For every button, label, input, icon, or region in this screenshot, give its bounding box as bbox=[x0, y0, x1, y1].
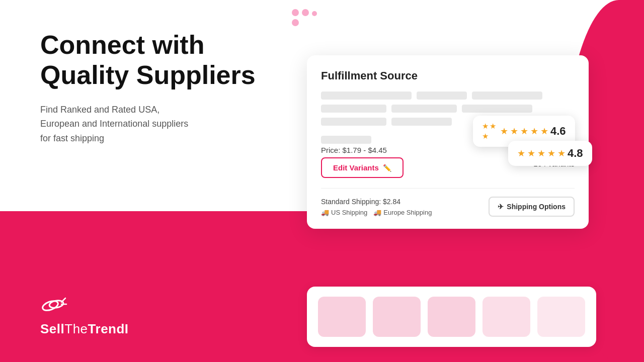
rating-value-2: 4.8 bbox=[568, 147, 583, 160]
star-r1-5: ★ bbox=[540, 126, 548, 137]
star-r2-2: ★ bbox=[527, 148, 535, 159]
star-r2-3: ★ bbox=[537, 148, 545, 159]
shipping-options-button[interactable]: ✈ Shipping Options bbox=[489, 197, 575, 217]
logo-trend: Trend bbox=[88, 321, 125, 336]
europe-shipping-badge: 🚚 Europe Shipping bbox=[373, 209, 432, 216]
rating-2-row: ★ ★ ★ ★ ★ 4.8 bbox=[517, 147, 583, 160]
shipping-section: Standard Shipping: $2.84 🚚 US Shipping 🚚… bbox=[321, 188, 575, 217]
skeleton-bar-4 bbox=[321, 105, 386, 113]
us-shipping-label: US Shipping bbox=[331, 209, 367, 216]
truck-icon-us: 🚚 bbox=[321, 209, 329, 216]
skeleton-bar-5 bbox=[391, 105, 457, 113]
plane-icon: ✈ bbox=[498, 203, 504, 211]
skeleton-bar-3 bbox=[472, 92, 542, 100]
logo-the: The bbox=[64, 321, 88, 336]
sub-heading: Find Ranked and Rated USA, European and … bbox=[40, 103, 256, 146]
standard-shipping-text: Standard Shipping: $2.84 bbox=[321, 198, 432, 206]
star-r2-4: ★ bbox=[547, 148, 555, 159]
star-r1-3: ★ bbox=[520, 126, 528, 137]
dot-1 bbox=[292, 9, 299, 16]
decorative-dots bbox=[292, 9, 322, 26]
dot-4 bbox=[292, 19, 299, 26]
price-text: Price: $1.79 - $4.45 bbox=[321, 146, 387, 154]
star-r2-1: ★ bbox=[517, 148, 525, 159]
heading-line1: Connect with bbox=[40, 30, 204, 59]
heading-line2: Quality Suppliers bbox=[40, 60, 256, 89]
edit-variants-button[interactable]: Edit Variants ✏️ bbox=[321, 157, 404, 178]
logo-icon bbox=[40, 293, 70, 318]
dot-2 bbox=[302, 9, 309, 16]
rating-badge-2: ★ ★ ★ ★ ★ 4.8 bbox=[508, 141, 592, 166]
mini-card-3 bbox=[428, 297, 475, 337]
star-1-3: ★ bbox=[482, 132, 489, 141]
sub-line1: Find Ranked and Rated USA, bbox=[40, 105, 159, 115]
skeleton-bar-2 bbox=[417, 92, 467, 100]
skeleton-row-1 bbox=[321, 92, 575, 100]
bottom-cards-strip bbox=[307, 287, 596, 347]
mini-card-5 bbox=[537, 297, 585, 337]
star-r1-2: ★ bbox=[510, 126, 518, 137]
europe-shipping-label: Europe Shipping bbox=[383, 209, 432, 216]
shipping-badges: 🚚 US Shipping 🚚 Europe Shipping bbox=[321, 209, 432, 216]
skeleton-bar-6 bbox=[462, 105, 532, 113]
skeleton-bar-1 bbox=[321, 92, 412, 100]
skeleton-bar-7 bbox=[321, 118, 386, 126]
card-title: Fulfillment Source bbox=[321, 69, 575, 82]
star-r1-1: ★ bbox=[500, 126, 508, 137]
logo-cursor: I bbox=[125, 321, 129, 336]
sub-line3: for fast shipping bbox=[40, 133, 104, 143]
logo-text: SellTheTrendI bbox=[40, 321, 129, 337]
logo-section: SellTheTrendI bbox=[40, 293, 129, 337]
stars-group-1: ★ ★ ★ bbox=[482, 122, 496, 141]
rating-value-1: 4.6 bbox=[550, 125, 566, 138]
edit-variants-label: Edit Variants bbox=[333, 163, 379, 172]
pencil-icon: ✏️ bbox=[383, 164, 391, 172]
dot-3 bbox=[312, 11, 317, 16]
rating-1-row: ★ ★ ★ ★ ★ 4.6 bbox=[500, 125, 566, 138]
mini-card-4 bbox=[482, 297, 530, 337]
skeleton-bar-8 bbox=[391, 118, 452, 126]
us-shipping-badge: 🚚 US Shipping bbox=[321, 209, 367, 216]
mini-card-2 bbox=[373, 297, 421, 337]
truck-icon-eu: 🚚 bbox=[373, 209, 381, 216]
star-1-1: ★ bbox=[482, 122, 489, 131]
logo-sell: Sell bbox=[40, 321, 64, 336]
skeleton-row-2 bbox=[321, 105, 575, 113]
mini-card-1 bbox=[318, 297, 366, 337]
shipping-options-label: Shipping Options bbox=[507, 203, 566, 211]
skeleton-bar-contact bbox=[321, 136, 371, 144]
shipping-info: Standard Shipping: $2.84 🚚 US Shipping 🚚… bbox=[321, 198, 432, 216]
star-1-2: ★ bbox=[490, 122, 496, 131]
sub-line2: European and International suppliers bbox=[40, 119, 188, 129]
main-heading: Connect with Quality Suppliers bbox=[40, 30, 256, 90]
hero-text-section: Connect with Quality Suppliers Find Rank… bbox=[40, 30, 256, 146]
star-r1-4: ★ bbox=[530, 126, 538, 137]
star-r2-5: ★ bbox=[557, 148, 566, 159]
